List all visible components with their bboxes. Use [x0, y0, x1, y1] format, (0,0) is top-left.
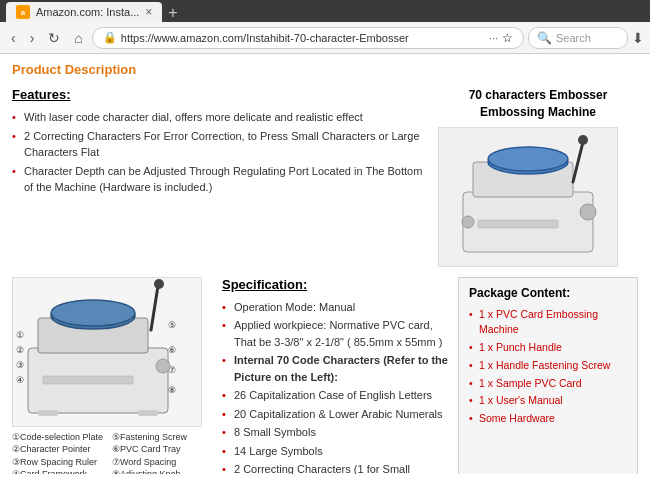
package-item: 1 x Sample PVC Card — [469, 375, 627, 393]
package-list: 1 x PVC Card Embossing Machine 1 x Punch… — [469, 306, 627, 428]
spec-item: Internal 70 Code Characters (Refer to th… — [222, 351, 448, 386]
main-section: Features: With laser code character dial… — [12, 87, 638, 267]
features-list: With laser code character dial, offers m… — [12, 108, 428, 197]
search-icon: 🔍 — [537, 31, 552, 45]
svg-rect-24 — [43, 376, 133, 384]
home-button[interactable]: ⌂ — [69, 28, 87, 48]
svg-line-13 — [151, 286, 158, 330]
specs-section: ① ② ③ ④ ⑤ ⑥ ⑦ ⑧ ①Code- — [12, 277, 638, 474]
package-item: 1 x PVC Card Embossing Machine — [469, 306, 627, 340]
feature-item: Character Depth can be Adjusted Through … — [12, 162, 428, 197]
spec-item: Applied workpiece: Normative PVC card, T… — [222, 316, 448, 351]
product-description-label: Product Description — [12, 62, 638, 77]
feature-item: 2 Correcting Characters For Error Correc… — [12, 127, 428, 162]
label-7: ⑦Word Spacing — [112, 456, 212, 469]
svg-point-23 — [156, 359, 170, 373]
svg-line-4 — [573, 142, 583, 182]
nav-actions: ⬇ — [632, 30, 644, 46]
features-section: Features: With laser code character dial… — [12, 87, 428, 267]
spec-item: 20 Capitalization & Lower Arabic Numeral… — [222, 405, 448, 424]
specifications-section: Specification: Operation Mode: Manual Ap… — [222, 277, 448, 474]
svg-text:⑤: ⑤ — [168, 320, 176, 330]
specs-title: Specification: — [222, 277, 448, 292]
svg-rect-25 — [38, 410, 58, 416]
svg-rect-8 — [478, 220, 558, 228]
address-bar[interactable]: 🔒 https://www.amazon.com/Instahibit-70-c… — [92, 27, 524, 49]
page-content: Product Description Features: With laser… — [0, 54, 650, 474]
lock-icon: 🔒 — [103, 31, 117, 44]
star-icon: ☆ — [502, 31, 513, 45]
label-5: ⑤Fastening Screw — [112, 431, 212, 444]
svg-text:①: ① — [16, 330, 24, 340]
label-2: ②Character Pointer — [12, 443, 112, 456]
new-tab-button[interactable]: + — [162, 4, 183, 22]
tab-bar: a Amazon.com: Insta... × + — [0, 0, 650, 22]
machine-diagram: ① ② ③ ④ ⑤ ⑥ ⑦ ⑧ ①Code- — [12, 277, 212, 474]
svg-text:③: ③ — [16, 360, 24, 370]
svg-point-5 — [578, 135, 588, 145]
label-3: ③Row Spacing Ruler — [12, 456, 112, 469]
search-box[interactable]: 🔍 Search — [528, 27, 628, 49]
spec-item: Operation Mode: Manual — [222, 298, 448, 317]
package-content-section: Package Content: 1 x PVC Card Embossing … — [458, 277, 638, 474]
active-tab[interactable]: a Amazon.com: Insta... × — [6, 2, 162, 22]
svg-point-3 — [488, 147, 568, 171]
package-item: 1 x Punch Handle — [469, 339, 627, 357]
dots-icon: ··· — [489, 32, 498, 44]
spec-item: 8 Small Symbols — [222, 423, 448, 442]
spec-item: 14 Large Symbols — [222, 442, 448, 461]
feature-item: With laser code character dial, offers m… — [12, 108, 428, 127]
svg-point-7 — [462, 216, 474, 228]
tab-title: Amazon.com: Insta... — [36, 6, 139, 18]
package-item: Some Hardware — [469, 410, 627, 428]
spec-item: 26 Capitalization Case of English Letter… — [222, 386, 448, 405]
package-title: Package Content: — [469, 286, 627, 300]
download-button[interactable]: ⬇ — [632, 30, 644, 46]
svg-text:⑥: ⑥ — [168, 345, 176, 355]
search-placeholder-text: Search — [556, 32, 591, 44]
back-button[interactable]: ‹ — [6, 28, 21, 48]
features-title: Features: — [12, 87, 428, 102]
machine-image-label: 70 characters Embosser Embossing Machine — [438, 87, 638, 121]
navigation-bar: ‹ › ↻ ⌂ 🔒 https://www.amazon.com/Instahi… — [0, 22, 650, 54]
spec-item: 2 Correcting Characters (1 for Small Cha… — [222, 460, 448, 474]
specs-list: Operation Mode: Manual Applied workpiece… — [222, 298, 448, 474]
label-6: ⑥PVC Card Tray — [112, 443, 212, 456]
diagram-image: ① ② ③ ④ ⑤ ⑥ ⑦ ⑧ — [12, 277, 202, 427]
diagram-labels: ①Code-selection Plate ⑤Fastening Screw ②… — [12, 431, 212, 474]
url-text: https://www.amazon.com/Instahibit-70-cha… — [121, 32, 485, 44]
svg-text:②: ② — [16, 345, 24, 355]
svg-text:⑧: ⑧ — [168, 385, 176, 395]
refresh-button[interactable]: ↻ — [43, 28, 65, 48]
svg-point-12 — [51, 300, 135, 326]
svg-point-6 — [580, 204, 596, 220]
machine-image — [438, 127, 618, 267]
label-4: ④Card Framework Handle — [12, 468, 112, 474]
tab-close-button[interactable]: × — [145, 5, 152, 19]
package-item: 1 x Handle Fastening Screw — [469, 357, 627, 375]
svg-point-14 — [154, 279, 164, 289]
tab-favicon: a — [16, 5, 30, 19]
svg-text:④: ④ — [16, 375, 24, 385]
svg-rect-26 — [138, 410, 158, 416]
label-1: ①Code-selection Plate — [12, 431, 112, 444]
product-image-section: 70 characters Embosser Embossing Machine — [438, 87, 638, 267]
forward-button[interactable]: › — [25, 28, 40, 48]
label-8: ⑧Adjusting Knob — [112, 468, 212, 474]
package-item: 1 x User's Manual — [469, 392, 627, 410]
